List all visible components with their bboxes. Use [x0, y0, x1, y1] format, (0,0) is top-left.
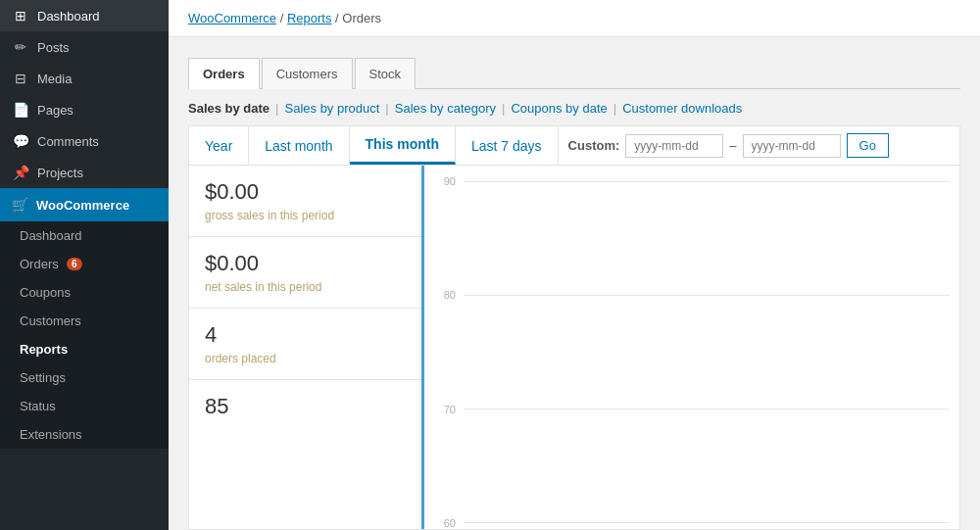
- content-area: OrdersCustomersStock Sales by date|Sales…: [169, 37, 980, 530]
- date-to-input[interactable]: [743, 134, 841, 158]
- stat-value-net-sales: $0.00: [205, 251, 406, 276]
- projects-icon: 📌: [12, 165, 29, 180]
- stat-label-net-sales: net sales in this period: [205, 280, 406, 294]
- sidebar-sub-label-customers: Customers: [20, 313, 81, 328]
- subnav-item-coupons-by-date[interactable]: Coupons by date: [511, 101, 607, 116]
- date-from-input[interactable]: [625, 134, 723, 158]
- filter-btn-year[interactable]: Year: [189, 126, 249, 165]
- date-separator: –: [729, 138, 736, 153]
- subnav-separator: |: [502, 101, 505, 116]
- subnav-item-sales-by-product[interactable]: Sales by product: [285, 101, 380, 116]
- filter-btn-last-month[interactable]: Last month: [249, 126, 349, 165]
- sidebar-sub-item-orders[interactable]: Orders6: [0, 250, 169, 278]
- filter-buttons: YearLast monthThis monthLast 7 days: [189, 126, 559, 165]
- sidebar-sub-item-extensions[interactable]: Extensions: [0, 420, 169, 449]
- sidebar-sub-item-settings[interactable]: Settings: [0, 363, 169, 392]
- badge-orders: 6: [67, 258, 82, 270]
- sidebar-label-comments: Comments: [37, 134, 99, 149]
- subnav: Sales by date|Sales by product|Sales by …: [188, 101, 960, 116]
- sidebar-sub-section: DashboardOrders6CouponsCustomersReportsS…: [0, 221, 169, 449]
- media-icon: ⊟: [12, 71, 29, 86]
- chart-y-label: 70: [434, 404, 456, 415]
- subnav-item-sales-by-date: Sales by date: [188, 101, 270, 116]
- subnav-item-customer-downloads[interactable]: Customer downloads: [622, 101, 742, 116]
- sidebar-sub-label-coupons: Coupons: [20, 285, 71, 300]
- chart-grid-row: 60: [434, 517, 950, 529]
- sidebar-sub-label-reports: Reports: [20, 342, 68, 357]
- breadcrumb: WooCommerce / Reports / Orders: [188, 11, 381, 25]
- subnav-separator: |: [275, 101, 278, 116]
- sidebar-label-media: Media: [37, 72, 72, 86]
- chart-grid: 90 80 70 60: [434, 175, 950, 529]
- filter-btn-last-7-days[interactable]: Last 7 days: [456, 126, 559, 165]
- tab-stock[interactable]: Stock: [355, 58, 416, 89]
- chart-grid-row: 70: [434, 404, 950, 415]
- sidebar-sub-label-status: Status: [20, 399, 56, 413]
- stats-chart-area: $0.00 gross sales in this period $0.00 n…: [188, 165, 960, 530]
- chart-grid-line: [464, 522, 950, 523]
- chart-grid-line: [464, 181, 950, 182]
- sidebar-label-posts: Posts: [37, 40, 70, 55]
- stat-value-items-purchased: 85: [205, 394, 406, 419]
- subnav-item-sales-by-category[interactable]: Sales by category: [395, 101, 496, 116]
- filter-custom: Custom: – Go: [559, 133, 959, 158]
- breadcrumb-current: Orders: [342, 11, 381, 25]
- sidebar-item-dashboard[interactable]: ⊞Dashboard: [0, 0, 169, 31]
- stat-block-orders-placed: 4 orders placed: [189, 309, 421, 380]
- tabs-row: OrdersCustomersStock: [188, 57, 960, 89]
- go-button[interactable]: Go: [847, 133, 889, 158]
- sidebar-woocommerce-item[interactable]: 🛒 WooCommerce: [0, 188, 169, 221]
- woocommerce-icon: 🛒: [12, 197, 28, 213]
- sidebar-label-projects: Projects: [37, 166, 83, 180]
- sidebar-item-pages[interactable]: 📄Pages: [0, 94, 169, 125]
- main-content: WooCommerce / Reports / Orders OrdersCus…: [169, 0, 980, 530]
- sidebar-item-posts[interactable]: ✏Posts: [0, 31, 169, 63]
- sidebar: ⊞Dashboard✏Posts⊟Media📄Pages💬Comments📌Pr…: [0, 0, 169, 530]
- sidebar-sub-label-orders: Orders: [20, 257, 59, 271]
- chart-grid-line: [464, 409, 950, 410]
- sidebar-sub-item-reports[interactable]: Reports: [0, 335, 169, 363]
- filter-btn-this-month[interactable]: This month: [350, 126, 456, 165]
- dashboard-icon: ⊞: [12, 8, 29, 24]
- stat-block-items-purchased: 85: [189, 380, 421, 437]
- filter-bar: YearLast monthThis monthLast 7 days Cust…: [188, 125, 960, 165]
- sidebar-label-pages: Pages: [37, 103, 74, 118]
- topbar: WooCommerce / Reports / Orders: [169, 0, 980, 37]
- chart-y-label: 80: [434, 289, 456, 301]
- sidebar-sub-label-woo-dashboard: Dashboard: [20, 228, 82, 243]
- breadcrumb-woocommerce[interactable]: WooCommerce: [188, 11, 276, 25]
- chart-grid-line: [464, 295, 950, 296]
- sidebar-sub-item-customers[interactable]: Customers: [0, 307, 169, 335]
- posts-icon: ✏: [12, 39, 29, 55]
- chart-y-label: 90: [434, 175, 456, 187]
- stat-value-orders-placed: 4: [205, 322, 406, 348]
- stats-panel: $0.00 gross sales in this period $0.00 n…: [189, 166, 424, 529]
- stat-block-net-sales: $0.00 net sales in this period: [189, 237, 421, 309]
- breadcrumb-reports[interactable]: Reports: [287, 11, 332, 25]
- chart-grid-row: 90: [434, 175, 950, 187]
- pages-icon: 📄: [12, 102, 29, 118]
- sidebar-sub-item-coupons[interactable]: Coupons: [0, 278, 169, 307]
- sidebar-sub-label-extensions: Extensions: [20, 427, 82, 442]
- subnav-separator: |: [613, 101, 616, 116]
- sidebar-sub-item-woo-dashboard[interactable]: Dashboard: [0, 221, 169, 250]
- chart-panel: 90 80 70 60: [424, 166, 959, 529]
- comments-icon: 💬: [12, 133, 29, 149]
- sidebar-label-dashboard: Dashboard: [37, 9, 100, 24]
- sidebar-item-comments[interactable]: 💬Comments: [0, 125, 169, 157]
- tab-orders[interactable]: Orders: [188, 58, 260, 89]
- stat-label-gross-sales: gross sales in this period: [205, 209, 406, 222]
- chart-y-label: 60: [434, 517, 456, 529]
- stat-block-gross-sales: $0.00 gross sales in this period: [189, 166, 421, 237]
- custom-label: Custom:: [568, 138, 620, 153]
- sidebar-sub-item-status[interactable]: Status: [0, 392, 169, 420]
- subnav-separator: |: [385, 101, 388, 116]
- tab-customers[interactable]: Customers: [262, 58, 353, 89]
- sidebar-item-projects[interactable]: 📌Projects: [0, 157, 169, 188]
- stat-label-orders-placed: orders placed: [205, 352, 406, 365]
- woocommerce-label: WooCommerce: [36, 198, 129, 213]
- sidebar-sub-label-settings: Settings: [20, 370, 66, 385]
- sidebar-item-media[interactable]: ⊟Media: [0, 63, 169, 94]
- stat-value-gross-sales: $0.00: [205, 179, 406, 205]
- sidebar-top-items: ⊞Dashboard✏Posts⊟Media📄Pages💬Comments📌Pr…: [0, 0, 169, 188]
